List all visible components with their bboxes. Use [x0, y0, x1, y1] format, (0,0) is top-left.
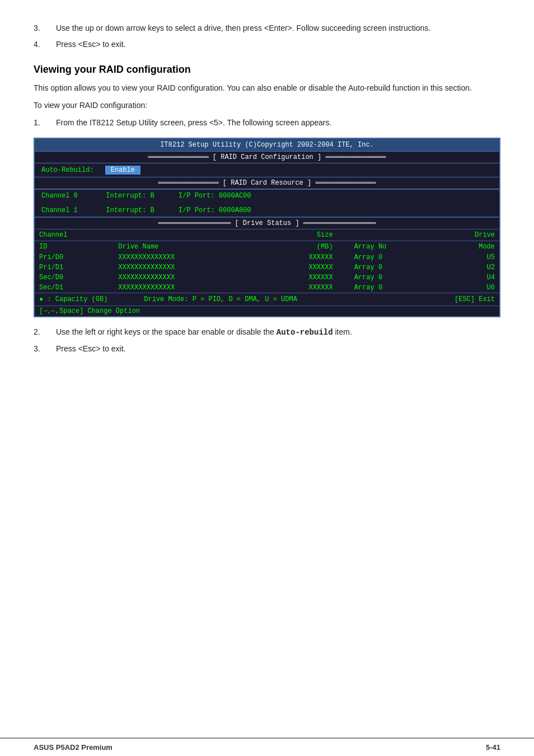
- terminal-footer-2: [→,←,Space] Change Option: [35, 306, 499, 316]
- page-footer: ASUS P5AD2 Premium 5-41: [0, 738, 534, 756]
- terminal-footer-left: ● : Capacity (GB) Drive Mode: P = PIO, D…: [39, 295, 297, 303]
- auto-rebuild-label: Auto-Rebuild:: [41, 166, 94, 174]
- terminal-footer: ● : Capacity (GB) Drive Mode: P = PIO, D…: [35, 293, 499, 306]
- drive-status-title: ══════════════════ [ Drive Status ] ════…: [35, 218, 499, 229]
- col-mode: Mode: [437, 241, 499, 253]
- drive-row-sec-d0: Sec/D0 XXXXXXXXXXXXXX XXXXXX Array 0 U4: [35, 273, 499, 283]
- drive-pri-d0-array: Array 0: [350, 252, 438, 262]
- drive-sec-d1-mode: U6: [437, 283, 499, 293]
- list-item-3: 3. Use the up or down arrow keys to sele…: [34, 22, 500, 34]
- drive-status-section: ══════════════════ [ Drive Status ] ════…: [35, 217, 499, 293]
- drive-sec-d1-size: XXXXXX: [253, 283, 350, 293]
- drive-sec-d1-id: Sec/D1: [35, 283, 114, 293]
- drive-table-body: Pri/D0 XXXXXXXXXXXXXX XXXXXX Array 0 U5 …: [35, 252, 499, 293]
- channel-0-row: Channel 0 Interrupt: B I/P Port: 0000AC0…: [35, 190, 499, 202]
- terminal-footer-right: [ESC] Exit: [455, 295, 495, 303]
- col-array-no: Array No: [350, 241, 438, 253]
- drive-sec-d0-mode: U4: [437, 273, 499, 283]
- terminal-header: IT8212 Setup Utility (C)Copyright 2002-2…: [35, 139, 499, 151]
- drive-sec-d0-array: Array 0: [350, 273, 438, 283]
- drive-pri-d1-array: Array 0: [350, 262, 438, 273]
- channel-0-label: Channel 0: [41, 192, 102, 200]
- drive-sec-d1-name: XXXXXXXXXXXXXX: [114, 283, 253, 293]
- drive-pri-d0-mode: U5: [437, 252, 499, 262]
- col-array-label: [350, 229, 438, 241]
- drive-row-pri-d0: Pri/D0 XXXXXXXXXXXXXX XXXXXX Array 0 U5: [35, 252, 499, 262]
- raid-config-title: ═══════════════ [ RAID Card Configuratio…: [35, 151, 499, 163]
- col-drive-name: Drive Name: [114, 241, 253, 253]
- drive-row-sec-d1: Sec/D1 XXXXXXXXXXXXXX XXXXXX Array 0 U6: [35, 283, 499, 293]
- drive-table-header-row-1: Channel Size Drive: [35, 229, 499, 241]
- channel-1-interrupt: Interrupt: B: [106, 206, 174, 214]
- drive-pri-d1-size: XXXXXX: [253, 262, 350, 273]
- drive-sec-d0-size: XXXXXX: [253, 273, 350, 283]
- drive-sec-d0-id: Sec/D0: [35, 273, 114, 283]
- terminal-screenshot: IT8212 Setup Utility (C)Copyright 2002-2…: [34, 138, 500, 317]
- section-para-1: This option allows you to view your RAID…: [34, 82, 500, 94]
- auto-rebuild-bold: Auto-rebuild: [277, 328, 333, 337]
- list-item-bottom-2: 2. Use the left or right keys or the spa…: [34, 326, 500, 339]
- col-spacer: [114, 229, 253, 241]
- section-para-2: To view your RAID configuration:: [34, 100, 500, 111]
- drive-row-pri-d1: Pri/D1 XXXXXXXXXXXXXX XXXXXX Array 0 U2: [35, 262, 499, 273]
- channel-1-label: Channel 1: [41, 206, 102, 214]
- footer-left: ASUS P5AD2 Premium: [34, 743, 113, 752]
- footer-right: 5-41: [486, 743, 500, 752]
- auto-rebuild-row: Auto-Rebuild: Enable: [35, 163, 499, 177]
- list-item-step1: 1. From the IT8212 Setup Utility screen,…: [34, 117, 500, 129]
- list-item-4: 4. Press <Esc> to exit.: [34, 39, 500, 50]
- drive-table: Channel Size Drive ID Drive Name (MB) Ar…: [35, 229, 499, 293]
- list-item-bottom-3: 3. Press <Esc> to exit.: [34, 343, 500, 355]
- drive-pri-d0-name: XXXXXXXXXXXXXX: [114, 252, 253, 262]
- col-size-label: Size: [253, 229, 350, 241]
- col-id: ID: [35, 241, 114, 253]
- drive-sec-d1-array: Array 0: [350, 283, 438, 293]
- drive-pri-d0-size: XXXXXX: [253, 252, 350, 262]
- col-channel: Channel: [35, 229, 114, 241]
- auto-rebuild-value: Enable: [105, 166, 140, 175]
- drive-pri-d0-id: Pri/D0: [35, 252, 114, 262]
- drive-sec-d0-name: XXXXXXXXXXXXXX: [114, 273, 253, 283]
- col-drive-label: Drive: [437, 229, 499, 241]
- raid-resource-title: ═══════════════ [ RAID Card Resource ] ═…: [35, 177, 499, 189]
- resource-section: Channel 0 Interrupt: B I/P Port: 0000AC0…: [35, 189, 499, 217]
- channel-0-port: I/P Port: 0000AC00: [179, 192, 251, 200]
- channel-1-row: Channel 1 Interrupt: B I/P Port: 0000A80…: [35, 204, 499, 217]
- section-title: Viewing your RAID configuration: [34, 64, 500, 76]
- drive-pri-d1-id: Pri/D1: [35, 262, 114, 273]
- drive-pri-d1-name: XXXXXXXXXXXXXX: [114, 262, 253, 273]
- drive-table-header-row-2: ID Drive Name (MB) Array No Mode: [35, 241, 499, 253]
- col-mb: (MB): [253, 241, 350, 253]
- channel-0-interrupt: Interrupt: B: [106, 192, 174, 200]
- channel-1-port: I/P Port: 0000A800: [179, 206, 251, 214]
- drive-pri-d1-mode: U2: [437, 262, 499, 273]
